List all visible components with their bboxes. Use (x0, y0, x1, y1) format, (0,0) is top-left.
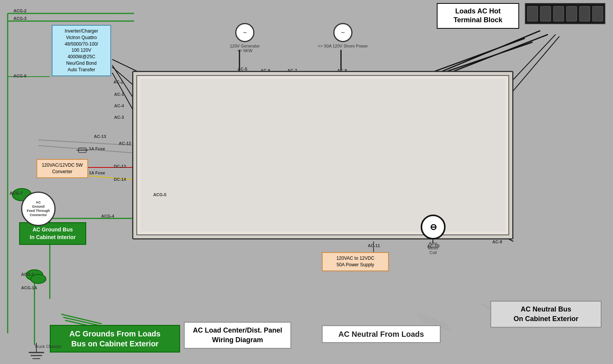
ac-12-label: AC-12 (119, 141, 131, 146)
ac-4-label: AC-4 (114, 103, 124, 108)
loads-ac-hot-terminal-block (525, 3, 605, 24)
ac-grounds-label: AC Grounds From LoadsBus on Cabinet Exte… (50, 325, 180, 353)
shore-power-symbol: ~ <= 50A 120V Shore Power (318, 23, 368, 48)
ac-6-label: AC-6 (261, 68, 270, 73)
terminal-slot-1 (527, 6, 538, 21)
terminal-slot-2 (540, 6, 551, 21)
ac-11-label: AC-11 (368, 243, 380, 248)
acg-1a-label: ACG-1A (21, 285, 37, 290)
truck-chassis-label: Truck Chassis (34, 344, 61, 349)
ground-feed-label: ACGroundFeed ThroughConnector (26, 200, 51, 218)
diagram-container: Loads AC HotTerminal Block Inverter/Char… (0, 0, 613, 364)
ac-2-label: AC-2 (113, 80, 123, 84)
svg-line-12 (84, 175, 138, 180)
converter-label: 120VAC/12VDC 5WConverter (42, 162, 83, 174)
power-supply-label: 120VAC to 12VDC50A Power Supply (336, 256, 374, 267)
generator-symbol: ~ 120V Generator<= 6KW (230, 23, 260, 53)
ac-neutral-from-loads-text: AC Neutral From Loads (338, 330, 424, 338)
acg-2-label: ACG-2 (13, 8, 26, 13)
ac-load-center-title: AC Load Center/Dist. PanelWiring Diagram (184, 322, 291, 349)
loads-ac-hot-text: Loads AC HotTerminal Block (454, 7, 503, 24)
panel-inner (136, 75, 509, 235)
acg-5-label: ACG-5 (153, 192, 166, 197)
dc-14-label: DC-14 (114, 177, 126, 182)
acg-7-label: ACG-7 (10, 191, 23, 195)
svg-line-35 (418, 314, 446, 324)
inverter-charger-box: Inverter/Charger Victron Quattro 48/5000… (52, 25, 111, 76)
terminal-slot-4 (566, 6, 577, 21)
ac-8-label: AC-8 (337, 68, 347, 73)
ac-neutral-bus-label: AC Neutral BusOn Cabinet Exterior (490, 301, 602, 328)
fuse-1a-label-2: 1A Fuse (89, 171, 105, 175)
inverter-label: Inverter/Charger Victron Quattro 48/5000… (55, 28, 108, 73)
ac-ground-bus-box: AC Ground BusIn Cabinet Interior (19, 222, 86, 245)
ac-neutral-bus-text: AC Neutral BusOn Cabinet Exterior (513, 305, 578, 323)
ac-3-label: AC-3 (114, 115, 124, 120)
ac-13-label: AC-13 (94, 134, 106, 139)
acg-4-label: ACG-4 (101, 214, 114, 218)
acg-1-label: ACG-1 (21, 272, 34, 277)
amp-meter-coil: ⊖ AmpMeterCoil (421, 215, 446, 255)
ac-grounds-text: AC Grounds From LoadsBus on Cabinet Exte… (69, 330, 161, 348)
ac-5-label: AC-5 (238, 67, 247, 71)
svg-rect-46 (79, 148, 86, 152)
acg-3-label: ACG-3 (13, 16, 26, 21)
generator-label: 120V Generator<= 6KW (230, 44, 260, 53)
ac-9-label: AC-9 (492, 239, 502, 244)
shore-power-label: <= 50A 120V Shore Power (318, 44, 368, 48)
ac-10-label: AC-10 (427, 244, 439, 248)
ac-1-label: AC-1 (114, 92, 124, 97)
ac-load-center-text: AC Load Center/Dist. PanelWiring Diagram (193, 326, 282, 344)
fuse-1a-label-1: 1A Fuse (89, 146, 105, 151)
svg-line-38 (61, 314, 102, 324)
svg-line-10 (38, 146, 138, 153)
converter-box: 120VAC/12VDC 5WConverter (36, 159, 88, 178)
dc-13-label: DC-13 (114, 164, 126, 169)
terminal-slot-5 (579, 6, 590, 21)
truck-chassis-text: Truck Chassis (34, 344, 61, 349)
power-supply-box: 120VAC to 12VDC50A Power Supply (322, 252, 389, 271)
generator-circle: ~ (235, 23, 254, 42)
ground-feed-connector: ACGroundFeed ThroughConnector (21, 192, 56, 226)
ac-7-label: AC-7 (287, 68, 297, 73)
terminal-slot-3 (553, 6, 564, 21)
amp-meter-circle: ⊖ (421, 215, 446, 239)
svg-line-27 (506, 36, 559, 100)
panel-board (132, 71, 513, 239)
terminal-slot-6 (592, 6, 603, 21)
ac-neutral-from-loads-label: AC Neutral From Loads (322, 325, 441, 343)
loads-ac-hot-label: Loads AC HotTerminal Block (437, 3, 519, 29)
acg-6-label: ACG-6 (13, 74, 26, 78)
ac-ground-bus-label: AC Ground BusIn Cabinet Interior (30, 226, 76, 240)
shore-power-circle: ~ (333, 23, 352, 42)
